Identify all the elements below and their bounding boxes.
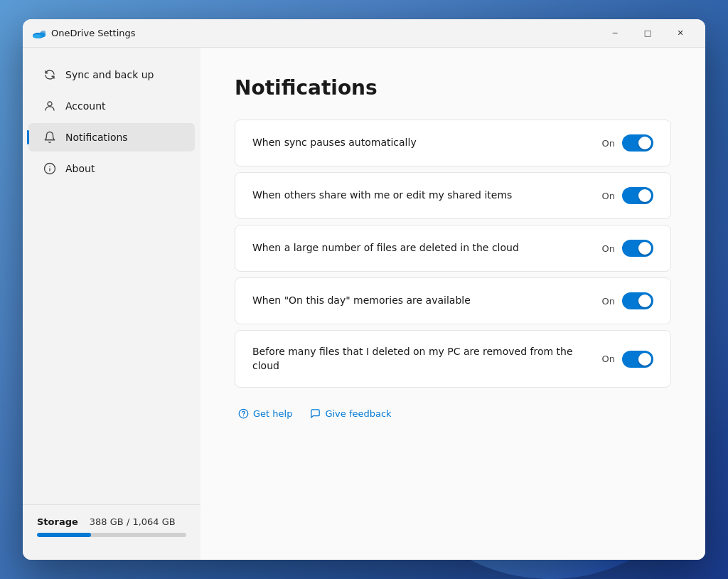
get-help-label: Get help	[253, 408, 292, 419]
notification-label-large-delete: When a large number of files are deleted…	[252, 241, 602, 255]
content-area: Notifications When sync pauses automatic…	[200, 48, 705, 560]
titlebar-controls: − □ ✕	[599, 22, 697, 45]
minimize-button[interactable]: −	[599, 22, 631, 45]
footer-links: Get help Give feedback	[235, 408, 671, 419]
get-help-link[interactable]: Get help	[237, 408, 292, 419]
toggle-container-on-this-day: On	[602, 292, 653, 309]
toggle-container-sync-pauses: On	[602, 134, 653, 152]
storage-label: Storage	[37, 516, 78, 527]
toggle-state-others-share: On	[602, 191, 615, 201]
page-title: Notifications	[235, 76, 671, 100]
storage-value: 388 GB / 1,064 GB	[90, 516, 176, 527]
notification-card-sync-pauses: When sync pauses automatically On	[235, 119, 671, 166]
notification-label-on-this-day: When "On this day" memories are availabl…	[252, 294, 602, 308]
toggle-sync-pauses[interactable]	[622, 134, 653, 152]
svg-point-2	[33, 34, 41, 38]
notification-icon	[43, 130, 57, 144]
toggle-state-sync-pauses: On	[602, 138, 615, 149]
titlebar-title: OneDrive Settings	[51, 28, 599, 38]
svg-point-3	[48, 102, 52, 106]
account-icon	[43, 99, 57, 113]
notification-card-before-delete: Before many files that I deleted on my P…	[235, 330, 671, 388]
sidebar-item-about[interactable]: About	[28, 154, 195, 183]
sync-icon	[43, 68, 57, 82]
sidebar-item-sync-label: Sync and back up	[65, 69, 154, 80]
notification-card-on-this-day: When "On this day" memories are availabl…	[235, 277, 671, 324]
close-button[interactable]: ✕	[664, 22, 697, 45]
notification-label-before-delete: Before many files that I deleted on my P…	[252, 345, 602, 373]
toggle-container-before-delete: On	[602, 351, 653, 368]
onedrive-icon	[31, 26, 46, 41]
toggle-container-large-delete: On	[602, 240, 653, 257]
toggle-before-delete[interactable]	[622, 351, 653, 368]
give-feedback-link[interactable]: Give feedback	[309, 408, 391, 419]
maximize-button[interactable]: □	[631, 22, 664, 45]
settings-window: OneDrive Settings − □ ✕ Sync and back up	[23, 19, 705, 560]
notification-label-sync-pauses: When sync pauses automatically	[252, 136, 602, 150]
main-content: Sync and back up Account	[23, 48, 705, 560]
sidebar-item-notifications[interactable]: Notifications	[28, 123, 195, 152]
help-circle-icon	[237, 408, 249, 419]
storage-section: Storage 388 GB / 1,064 GB	[23, 504, 200, 548]
storage-bar-background	[37, 533, 186, 537]
sidebar-item-account-label: Account	[65, 100, 106, 112]
give-feedback-label: Give feedback	[325, 408, 391, 419]
sidebar-item-about-label: About	[65, 163, 95, 174]
titlebar: OneDrive Settings − □ ✕	[23, 19, 705, 48]
toggle-on-this-day[interactable]	[622, 292, 653, 309]
toggle-state-before-delete: On	[602, 354, 615, 364]
notification-card-large-delete: When a large number of files are deleted…	[235, 225, 671, 272]
toggle-container-others-share: On	[602, 187, 653, 204]
sidebar-item-notifications-label: Notifications	[65, 132, 128, 143]
sidebar-item-sync[interactable]: Sync and back up	[28, 60, 195, 89]
info-icon	[43, 161, 57, 176]
notification-card-others-share: When others share with me or edit my sha…	[235, 172, 671, 219]
notification-label-others-share: When others share with me or edit my sha…	[252, 188, 602, 203]
toggle-others-share[interactable]	[622, 187, 653, 204]
feedback-icon	[309, 408, 321, 419]
storage-bar-fill	[37, 533, 91, 537]
toggle-state-large-delete: On	[602, 243, 615, 254]
toggle-state-on-this-day: On	[602, 296, 615, 307]
sidebar: Sync and back up Account	[23, 48, 200, 560]
toggle-large-delete[interactable]	[622, 240, 653, 257]
sidebar-item-account[interactable]: Account	[28, 92, 195, 120]
